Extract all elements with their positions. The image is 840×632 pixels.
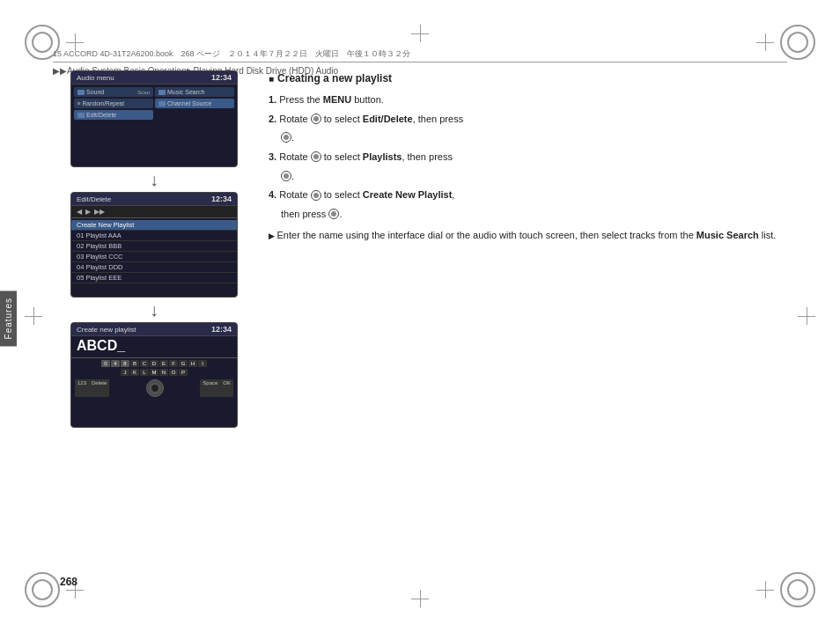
- edit-icon: [77, 113, 85, 118]
- arrow-down-1: ↓: [150, 167, 158, 192]
- screen2-controls: ◀ ▶ ▶▶: [71, 206, 237, 218]
- screen1-body: Sound Scan Music Search ≡ Random/Repeat …: [71, 85, 237, 122]
- btn-123[interactable]: 123: [75, 379, 89, 397]
- step-4b: then press .: [269, 206, 783, 223]
- crosshair-ml: [25, 307, 42, 325]
- screens-panel: Audio menu 12:34 Sound Scan Music Search…: [57, 70, 251, 579]
- dial-icon-5: [311, 190, 321, 201]
- key-E: E: [159, 360, 168, 367]
- screen1-title: Audio menu: [77, 74, 114, 82]
- menu-item-music-search: Music Search: [155, 87, 234, 97]
- key-J: J: [121, 369, 129, 376]
- list-item-create: Create New Playlist: [71, 220, 237, 231]
- instruction-note: Enter the name using the interface dial …: [269, 228, 783, 244]
- crosshair-mr: [798, 307, 815, 325]
- dial-icon-6: [328, 209, 339, 219]
- key-D: D: [150, 360, 158, 367]
- step-4: 4. Rotate to select Create New Playlist,: [269, 187, 783, 203]
- key-P: P: [179, 369, 188, 376]
- screen1-time: 12:34: [211, 73, 232, 82]
- step-2b: .: [269, 129, 783, 146]
- screen3-header: Create new playlist 12:34: [71, 323, 237, 336]
- key-F: F: [169, 360, 178, 367]
- screen1-header: Audio menu 12:34: [71, 71, 237, 85]
- key-O: O: [169, 369, 178, 376]
- list-item-aaa: 01 Playlist AAA: [71, 231, 237, 241]
- key-L: L: [140, 369, 149, 376]
- key-4: 4: [111, 360, 120, 367]
- step-3b: .: [269, 168, 783, 185]
- keyboard-row-1: 0 4 8 B C D E F G H I: [71, 360, 237, 367]
- screen3-time: 12:34: [211, 325, 232, 334]
- key-8: 8: [121, 360, 129, 367]
- ctrl-play: ▶: [85, 208, 91, 216]
- btn-delete[interactable]: Delete: [89, 379, 109, 397]
- step-1: 1. Press the MENU button.: [269, 92, 783, 108]
- dial-icon-4: [281, 171, 291, 181]
- btn-space[interactable]: Space: [200, 379, 220, 397]
- dial-wheel: [146, 379, 164, 397]
- ctrl-prev: ◀: [77, 208, 82, 216]
- step-3: 3. Rotate to select Playlists, then pres…: [269, 149, 783, 165]
- menu-item-sound: Sound Scan: [74, 87, 153, 97]
- screen2-title: Edit/Delete: [77, 195, 111, 203]
- corner-decoration-br: [780, 572, 815, 607]
- playlist-name-input: ABCD_: [71, 336, 237, 358]
- dial-icon-2: [281, 132, 291, 143]
- side-tab-features: Features: [0, 290, 17, 346]
- menu-item-random: ≡ Random/Repeat: [74, 99, 153, 108]
- list-item-eee: 05 Playlist EEE: [71, 273, 237, 283]
- corner-decoration-bl: [25, 572, 60, 607]
- dial-inner: [151, 384, 159, 393]
- screen-audio-menu: Audio menu 12:34 Sound Scan Music Search…: [70, 70, 238, 167]
- main-content: Audio menu 12:34 Sound Scan Music Search…: [57, 70, 783, 579]
- step-2: 2. Rotate to select Edit/Delete, then pr…: [269, 111, 783, 128]
- list-item-ccc: 03 Playlist CCC: [71, 252, 237, 262]
- key-M: M: [150, 369, 158, 376]
- instructions-panel: Creating a new playlist 1. Press the MEN…: [269, 70, 783, 579]
- key-I: I: [198, 360, 207, 367]
- section-heading: Creating a new playlist: [269, 72, 783, 85]
- screen3-title: Create new playlist: [77, 326, 136, 334]
- steps-list: 1. Press the MENU button. 2. Rotate to s…: [269, 92, 783, 223]
- list-item-ddd: 04 Playlist DDD: [71, 262, 237, 273]
- crosshair-tm: [411, 25, 429, 42]
- key-0: 0: [101, 360, 110, 367]
- menu-item-channel: Channel Source: [155, 99, 234, 108]
- keyboard-bottom: 123 Delete Space OK: [71, 378, 237, 399]
- keyboard-row-2: J K L M N O P: [71, 369, 237, 376]
- key-K: K: [130, 369, 139, 376]
- screen2-time: 12:34: [211, 195, 232, 203]
- header-file-info: 15 ACCORD 4D-31T2A6200.book 268 ページ ２０１４…: [53, 48, 787, 60]
- key-N: N: [159, 369, 168, 376]
- header-divider: [53, 62, 787, 62]
- crosshair-bm: [411, 590, 429, 607]
- screen2-list: Create New Playlist 01 Playlist AAA 02 P…: [71, 218, 237, 285]
- key-G: G: [179, 360, 188, 367]
- dial-icon-3: [311, 151, 321, 162]
- crosshair-br: [756, 581, 774, 599]
- sound-icon: [77, 90, 85, 95]
- dial-icon-1: [311, 114, 321, 124]
- screen-edit-delete: Edit/Delete 12:34 ◀ ▶ ▶▶ Create New Play…: [70, 192, 238, 298]
- music-icon: [158, 90, 166, 95]
- screen2-header: Edit/Delete 12:34: [71, 193, 237, 206]
- screen-create-playlist: Create new playlist 12:34 ABCD_ 0 4 8 B …: [70, 322, 238, 428]
- channel-icon: [158, 101, 166, 107]
- key-B: B: [130, 360, 139, 367]
- key-H: H: [188, 360, 197, 367]
- btn-ok[interactable]: OK: [220, 379, 233, 397]
- menu-item-edit: Edit/Delete: [74, 110, 153, 120]
- ctrl-next: ▶▶: [94, 208, 105, 216]
- arrow-down-2: ↓: [150, 298, 158, 322]
- list-item-bbb: 02 Playlist BBB: [71, 241, 237, 252]
- key-C: C: [140, 360, 149, 367]
